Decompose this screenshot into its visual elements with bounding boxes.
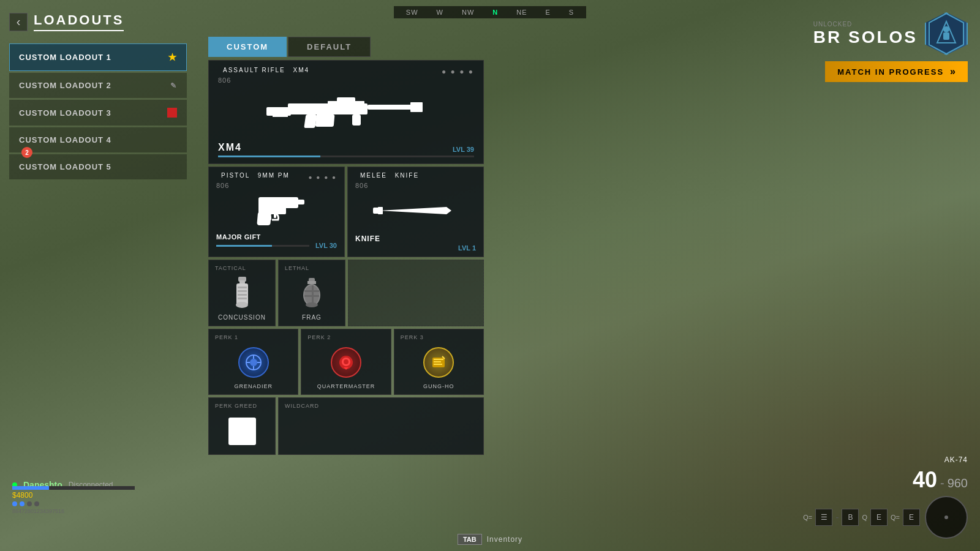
- mode-badge: UNLOCKED BR SOLOS: [813, 12, 968, 55]
- gung-ho-icon: [423, 347, 454, 378]
- tab-key: TAB: [458, 534, 482, 545]
- perk-greed-square: [228, 418, 256, 445]
- loadout-item-4[interactable]: CUSTOM LOADOUT 4: [9, 127, 187, 152]
- br-solos-icon: [928, 12, 965, 55]
- tab-bar: CUSTOM DEFAULT: [208, 37, 484, 57]
- empty-equipment-slot[interactable]: [348, 260, 484, 326]
- hud-e-icon[interactable]: E: [870, 509, 888, 526]
- svg-rect-16: [262, 216, 271, 220]
- svg-rect-10: [317, 113, 330, 116]
- crosshair-dot: [944, 515, 948, 519]
- primary-xp-bar: [218, 156, 474, 157]
- xp-dots: [12, 501, 135, 506]
- primary-weapon-level: LVL 39: [453, 146, 474, 153]
- loadout-item-2[interactable]: CUSTOM LOADOUT 2 ✎: [9, 73, 187, 98]
- loadout-label-5: CUSTOM LOADOUT 5: [19, 162, 111, 171]
- pistol-rarity: 806: [216, 182, 337, 189]
- melee-card[interactable]: MELEE KNIFE 806 KNIFE LVL 1: [347, 167, 484, 257]
- secondary-weapons-row: PISTOL 9MM PM ● ● ● ● 806: [208, 167, 484, 257]
- primary-xp-fill: [218, 156, 320, 157]
- hud-inventory-icon[interactable]: ☰: [815, 509, 832, 526]
- perk-1-label: PERK 1: [215, 334, 292, 340]
- pistol-gift-name: MAJOR GIFT: [216, 233, 337, 241]
- perk-greed-image: [215, 413, 269, 449]
- tactical-label: TACTICAL: [215, 265, 269, 271]
- hud-key-q: Q=: [803, 514, 812, 521]
- perk-2-card[interactable]: PERK 2 QUARTERMASTER: [301, 329, 391, 395]
- primary-rarity: 806: [218, 77, 474, 84]
- tab-custom[interactable]: CUSTOM: [208, 37, 287, 57]
- sidebar-title: LOADOUTS: [34, 12, 124, 31]
- perk-2-image: [307, 344, 384, 381]
- svg-rect-4: [368, 105, 417, 110]
- svg-rect-28: [238, 298, 247, 299]
- mode-title: BR SOLOS: [813, 28, 918, 47]
- primary-weapon-card[interactable]: ASSAULT RIFLE XM4 ● ● ● ● 806: [208, 60, 484, 164]
- svg-rect-25: [238, 287, 247, 288]
- match-text: MATCH IN PROGRESS: [837, 67, 944, 77]
- frag-grenade-icon: [300, 278, 323, 309]
- notification-badge: 2: [21, 147, 32, 158]
- tactical-card[interactable]: TACTICAL CONCUSSION: [208, 260, 276, 326]
- tab-default[interactable]: DEFAULT: [288, 37, 371, 57]
- primary-type-label: ASSAULT RIFLE XM4: [218, 67, 309, 73]
- svg-rect-31: [307, 281, 316, 284]
- perk-3-name: GUNG-HO: [401, 383, 477, 389]
- xp-dot-3: [27, 501, 32, 506]
- bottom-right-hud: AK-74 40 - 960 Q= ☰ - B Q E Q= E: [803, 455, 968, 539]
- hud-action-row: Q= ☰ - B Q E Q= E: [803, 496, 968, 539]
- loadout-item-5[interactable]: CUSTOM LOADOUT 5: [9, 154, 187, 179]
- hud-e2-icon[interactable]: E: [903, 509, 920, 526]
- pistol-card[interactable]: PISTOL 9MM PM ● ● ● ● 806: [208, 167, 345, 257]
- svg-rect-15: [274, 211, 276, 218]
- lethal-label: LETHAL: [285, 265, 339, 271]
- loadout-edit-2: ✎: [170, 81, 177, 90]
- svg-rect-49: [434, 364, 442, 365]
- svg-rect-26: [238, 290, 247, 292]
- perk-3-card[interactable]: PERK 3 GUNG-HO: [394, 329, 484, 395]
- hud-icons: Q= ☰ - B Q E Q= E: [803, 509, 920, 526]
- right-panel: UNLOCKED BR SOLOS MATCH IN PROGRESS »: [813, 12, 968, 82]
- svg-rect-47: [434, 359, 443, 360]
- melee-type-label: MELEE KNIFE: [355, 172, 476, 179]
- match-in-progress-button[interactable]: MATCH IN PROGRESS »: [825, 61, 968, 82]
- svg-rect-20: [374, 210, 378, 211]
- ammo-current: 40: [913, 467, 937, 493]
- chevron-right-icon: »: [950, 66, 956, 77]
- lethal-card[interactable]: LETHAL FRAG: [278, 260, 345, 326]
- player-id: 86472801234397516: [12, 508, 135, 514]
- svg-rect-3: [304, 114, 317, 128]
- lethal-image: [285, 275, 339, 312]
- hud-b-icon[interactable]: B: [842, 509, 859, 526]
- loadout-item-3[interactable]: CUSTOM LOADOUT 3: [9, 100, 187, 126]
- sidebar-header: ‹ LOADOUTS: [9, 12, 187, 31]
- perk-greed-card[interactable]: PERK GREED: [208, 397, 276, 455]
- svg-point-29: [236, 302, 248, 308]
- loadout-label-3: CUSTOM LOADOUT 3: [19, 108, 111, 118]
- perk-1-card[interactable]: PERK 1 GRENADIER: [208, 329, 298, 395]
- melee-rarity: 806: [355, 182, 476, 189]
- svg-rect-19: [374, 208, 378, 209]
- wildcard-card[interactable]: WILDCARD: [278, 397, 484, 455]
- mode-icon: [925, 12, 968, 55]
- svg-rect-2: [288, 103, 368, 114]
- svg-point-52: [943, 26, 949, 32]
- crosshair-circle: [925, 496, 968, 539]
- ammo-separator: -: [940, 476, 944, 490]
- unlocked-label: UNLOCKED: [813, 21, 918, 28]
- perk-3-label: PERK 3: [401, 334, 477, 340]
- loadout-badge-3: [167, 108, 177, 118]
- xp-dot-2: [20, 501, 24, 506]
- pistol-dots-menu[interactable]: ● ● ● ●: [309, 174, 337, 181]
- pistol-image: [216, 189, 337, 232]
- primary-dots-menu[interactable]: ● ● ● ●: [442, 67, 474, 76]
- pistol-level: LVL 30: [315, 242, 337, 249]
- equipment-row: TACTICAL CONCUSSION LETHAL: [208, 260, 484, 326]
- back-button[interactable]: ‹: [9, 13, 28, 31]
- greed-wildcard-row: PERK GREED WILDCARD: [208, 397, 484, 455]
- loadout-star-1: ★: [168, 51, 177, 63]
- svg-rect-8: [337, 97, 355, 102]
- perk-2-name: QUARTERMASTER: [307, 383, 384, 389]
- perk-1-name: GRENADIER: [215, 383, 292, 389]
- loadout-item-1[interactable]: CUSTOM LOADOUT 1 ★: [9, 43, 187, 71]
